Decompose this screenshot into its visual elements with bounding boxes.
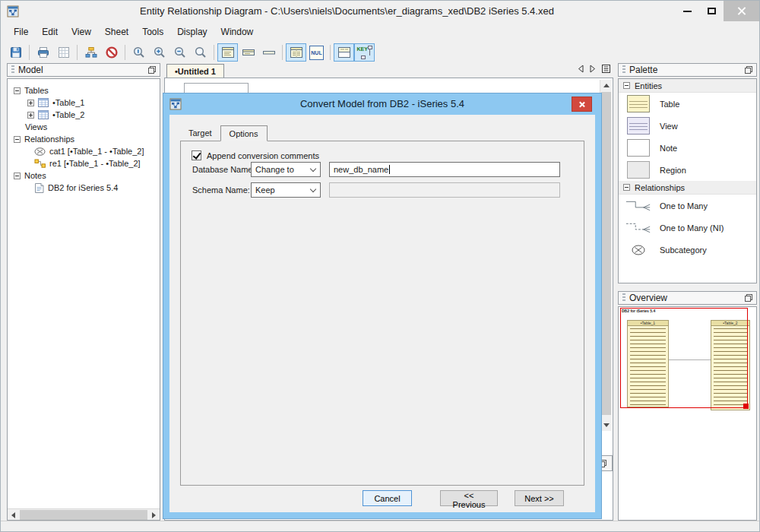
scroll-up-arrow[interactable] — [600, 80, 613, 91]
minimize-button[interactable] — [675, 1, 699, 21]
scroll-right-arrow[interactable] — [148, 509, 160, 521]
zoom-in-button[interactable] — [149, 43, 169, 62]
entity-name-only-view-button[interactable] — [258, 43, 279, 62]
next-tab-icon[interactable] — [590, 65, 596, 73]
minimap-viewport-rect[interactable] — [620, 308, 748, 408]
one-to-many-icon — [625, 198, 652, 214]
nullability-icon: NUL — [309, 46, 323, 60]
minimap-viewport-handle[interactable] — [743, 404, 749, 409]
previous-tab-icon[interactable] — [578, 65, 584, 73]
minimize-icon — [683, 11, 692, 12]
show-columns-button[interactable] — [286, 43, 306, 62]
collapse-icon[interactable] — [14, 136, 21, 143]
app-icon — [7, 5, 19, 17]
palette-item-view[interactable]: View — [619, 115, 756, 137]
show-keys-button[interactable]: KEY — [354, 43, 375, 62]
menu-edit[interactable]: Edit — [35, 24, 65, 40]
database-name-mode-select[interactable]: Change to — [251, 162, 321, 177]
save-button[interactable] — [5, 43, 26, 62]
grid-icon — [57, 46, 71, 59]
palette-item-label: One to Many (NI) — [660, 223, 724, 233]
collapse-icon[interactable] — [14, 173, 21, 179]
menu-window[interactable]: Window — [214, 24, 261, 40]
collapse-icon[interactable] — [623, 184, 630, 191]
expand-icon[interactable] — [27, 112, 34, 119]
tab-target[interactable]: Target — [180, 125, 220, 141]
toolbar: NUL KEY — [1, 42, 759, 63]
overview-panel-header[interactable]: Overview — [618, 291, 757, 305]
tree-item-table-2[interactable]: •Table_2 — [8, 109, 160, 121]
tree-item-notes[interactable]: Notes — [8, 169, 160, 182]
print-button[interactable] — [33, 43, 53, 62]
tree-item-db2-note[interactable]: DB2 for iSeries 5.4 — [8, 182, 160, 194]
palette-item-region[interactable]: Region — [619, 159, 756, 181]
scroll-left-arrow[interactable] — [8, 509, 19, 521]
scrollbar-thumb[interactable] — [601, 92, 611, 415]
palette-panel: Palette Entities Table View Note Region … — [618, 63, 757, 283]
close-icon — [736, 6, 746, 16]
palette-item-subcategory[interactable]: Subcategory — [619, 239, 756, 261]
toolbar-separator — [282, 45, 283, 60]
zoom-out-button[interactable] — [169, 43, 190, 62]
tab-untitled-1[interactable]: •Untitled 1 — [166, 64, 224, 78]
menu-tools[interactable]: Tools — [135, 24, 170, 40]
palette-item-one-to-many[interactable]: One to Many — [619, 195, 756, 217]
panel-grip[interactable] — [622, 65, 625, 74]
window-titlebar: Entity Relationship Diagram - C:\Users\n… — [1, 1, 759, 21]
collapse-icon[interactable] — [14, 87, 21, 94]
tree-item-views[interactable]: Views — [8, 121, 160, 133]
collapse-icon[interactable] — [623, 82, 630, 89]
show-compartments-button[interactable] — [334, 43, 354, 62]
entity-compact-view-button[interactable] — [238, 43, 258, 62]
model-panel-header[interactable]: Model — [7, 63, 160, 77]
tab-list-icon[interactable] — [602, 65, 610, 73]
tab-options[interactable]: Options — [220, 125, 268, 141]
database-name-input[interactable]: new_db_name — [329, 162, 560, 177]
float-panel-icon[interactable] — [745, 66, 752, 74]
float-panel-icon[interactable] — [148, 66, 156, 74]
zoom-button[interactable] — [190, 43, 211, 62]
palette-panel-header[interactable]: Palette — [618, 63, 757, 77]
new-sheet-button[interactable] — [53, 43, 74, 62]
tree-item-cat1[interactable]: cat1 [•Table_1 - •Table_2] — [8, 145, 160, 157]
input-value: new_db_name — [334, 165, 388, 174]
schema-name-mode-select[interactable]: Keep — [251, 182, 321, 198]
expand-icon[interactable] — [27, 100, 34, 106]
tree-item-relationships[interactable]: Relationships — [8, 133, 160, 145]
entity-top-edge — [184, 83, 249, 93]
append-comments-row: Append conversion comments — [192, 150, 319, 160]
scroll-down-arrow[interactable] — [600, 420, 613, 431]
tree-item-re1[interactable]: re1 [•Table_1 - •Table_2] — [8, 157, 160, 169]
palette-section-relationships[interactable]: Relationships — [619, 181, 756, 195]
maximize-button[interactable] — [699, 1, 724, 21]
overview-minimap[interactable]: DB2 for iSeries 5.4 •Table_1 •Table_2 — [618, 306, 757, 521]
tree-item-tables[interactable]: Tables — [8, 84, 160, 97]
menu-file[interactable]: File — [7, 24, 35, 40]
previous-button[interactable]: << Previous — [440, 490, 498, 506]
scrollbar-thumb[interactable] — [20, 510, 147, 520]
zoom-actual-button[interactable] — [128, 43, 149, 62]
float-panel-icon[interactable] — [745, 294, 752, 302]
dialog-close-button[interactable] — [572, 97, 592, 112]
palette-item-table[interactable]: Table — [619, 93, 756, 115]
entity-full-view-button[interactable] — [217, 43, 238, 62]
next-button[interactable]: Next >> — [515, 490, 564, 506]
delete-button[interactable] — [101, 43, 122, 62]
panel-grip[interactable] — [11, 65, 14, 74]
palette-section-entities[interactable]: Entities — [619, 79, 756, 93]
close-button[interactable] — [724, 1, 759, 21]
menu-display[interactable]: Display — [170, 24, 214, 40]
menu-view[interactable]: View — [65, 24, 98, 40]
dialog-titlebar[interactable]: Convert Model from DB2 - iSeries 5.4 — [163, 93, 601, 115]
menu-sheet[interactable]: Sheet — [98, 24, 135, 40]
auto-layout-button[interactable] — [81, 43, 101, 62]
tree-item-table-1[interactable]: •Table_1 — [8, 97, 160, 109]
palette-item-note[interactable]: Note — [619, 137, 756, 159]
palette-item-one-to-many-ni[interactable]: One to Many (NI) — [619, 217, 756, 239]
model-horizontal-scrollbar[interactable] — [8, 508, 160, 520]
cancel-button[interactable]: Cancel — [363, 490, 412, 506]
sheet-tab-bar: •Untitled 1 — [164, 63, 613, 78]
append-comments-checkbox[interactable] — [192, 150, 201, 160]
show-nullability-button[interactable]: NUL — [306, 43, 327, 62]
panel-grip[interactable] — [622, 293, 625, 302]
